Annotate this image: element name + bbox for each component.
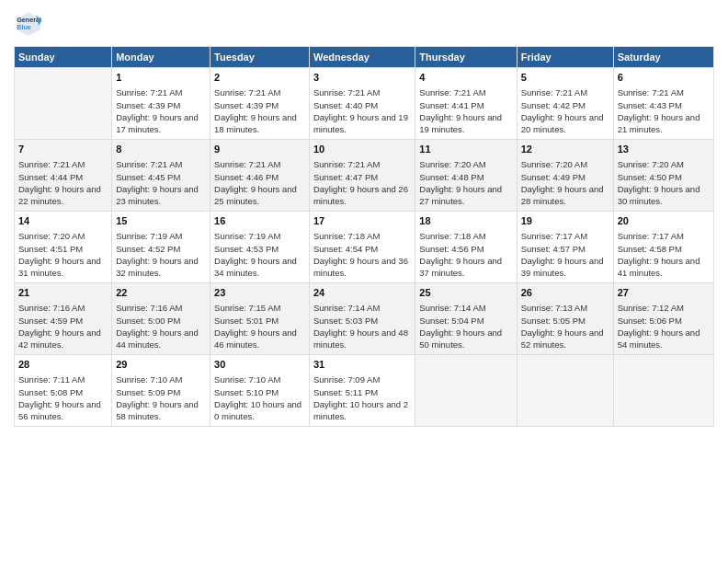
calendar-week-3: 14Sunrise: 7:20 AMSunset: 4:51 PMDayligh… [15, 212, 714, 283]
calendar-day [15, 68, 112, 140]
daylight-text: Daylight: 9 hours and 30 minutes. [618, 183, 710, 208]
calendar-day: 14Sunrise: 7:20 AMSunset: 4:51 PMDayligh… [15, 212, 112, 283]
sunset-text: Sunset: 4:42 PM [521, 99, 609, 111]
calendar-week-4: 21Sunrise: 7:16 AMSunset: 4:59 PMDayligh… [15, 283, 714, 355]
sunrise-text: Sunrise: 7:21 AM [116, 158, 206, 170]
day-number: 11 [419, 143, 512, 156]
calendar-day: 27Sunrise: 7:12 AMSunset: 5:06 PMDayligh… [613, 283, 713, 355]
daylight-text: Daylight: 9 hours and 34 minutes. [214, 255, 305, 280]
calendar-day: 6Sunrise: 7:21 AMSunset: 4:43 PMDaylight… [613, 68, 713, 140]
calendar-table: SundayMondayTuesdayWednesdayThursdayFrid… [14, 46, 714, 427]
day-number: 5 [521, 71, 609, 85]
logo: General Blue [14, 9, 47, 39]
sunrise-text: Sunrise: 7:21 AM [214, 86, 305, 98]
sunset-text: Sunset: 5:10 PM [214, 386, 305, 398]
daylight-text: Daylight: 9 hours and 36 minutes. [313, 255, 411, 280]
sunset-text: Sunset: 4:39 PM [116, 99, 206, 111]
daylight-text: Daylight: 9 hours and 21 minutes. [618, 111, 710, 136]
sunrise-text: Sunrise: 7:17 AM [618, 230, 710, 242]
sunset-text: Sunset: 5:04 PM [419, 315, 512, 327]
day-number: 16 [214, 214, 305, 228]
daylight-text: Daylight: 9 hours and 54 minutes. [618, 327, 710, 351]
day-number: 29 [116, 358, 206, 372]
calendar-day: 9Sunrise: 7:21 AMSunset: 4:46 PMDaylight… [210, 140, 310, 212]
daylight-text: Daylight: 9 hours and 19 minutes. [313, 111, 411, 136]
daylight-text: Daylight: 9 hours and 39 minutes. [521, 255, 609, 280]
sunrise-text: Sunrise: 7:19 AM [116, 230, 206, 242]
daylight-text: Daylight: 9 hours and 48 minutes. [313, 327, 411, 351]
day-number: 23 [214, 286, 305, 300]
day-number: 24 [313, 286, 411, 300]
calendar-day: 12Sunrise: 7:20 AMSunset: 4:49 PMDayligh… [517, 140, 613, 212]
calendar-day: 4Sunrise: 7:21 AMSunset: 4:41 PMDaylight… [415, 68, 517, 140]
calendar-day: 26Sunrise: 7:13 AMSunset: 5:05 PMDayligh… [517, 283, 613, 355]
calendar-day: 15Sunrise: 7:19 AMSunset: 4:52 PMDayligh… [112, 212, 210, 283]
day-number: 31 [313, 358, 411, 372]
calendar-day [415, 355, 517, 427]
daylight-text: Daylight: 9 hours and 56 minutes. [18, 398, 108, 423]
day-number: 6 [618, 71, 710, 85]
sunset-text: Sunset: 4:46 PM [214, 171, 305, 183]
daylight-text: Daylight: 9 hours and 23 minutes. [116, 183, 206, 208]
daylight-text: Daylight: 9 hours and 32 minutes. [116, 255, 206, 280]
sunset-text: Sunset: 4:41 PM [419, 99, 512, 111]
calendar-day: 2Sunrise: 7:21 AMSunset: 4:39 PMDaylight… [210, 68, 310, 140]
calendar-week-1: 1Sunrise: 7:21 AMSunset: 4:39 PMDaylight… [15, 68, 714, 140]
daylight-text: Daylight: 9 hours and 46 minutes. [214, 327, 305, 351]
day-number: 26 [521, 286, 609, 300]
daylight-text: Daylight: 9 hours and 52 minutes. [521, 327, 609, 351]
daylight-text: Daylight: 10 hours and 2 minutes. [313, 398, 411, 423]
calendar-day: 22Sunrise: 7:16 AMSunset: 5:00 PMDayligh… [112, 283, 210, 355]
sunset-text: Sunset: 5:09 PM [116, 386, 206, 398]
calendar-header-thursday: Thursday [415, 47, 517, 68]
sunrise-text: Sunrise: 7:14 AM [419, 302, 512, 314]
calendar-day: 3Sunrise: 7:21 AMSunset: 4:40 PMDaylight… [309, 68, 415, 140]
calendar-day: 8Sunrise: 7:21 AMSunset: 4:45 PMDaylight… [112, 140, 210, 212]
sunset-text: Sunset: 4:44 PM [18, 171, 108, 183]
calendar-day: 19Sunrise: 7:17 AMSunset: 4:57 PMDayligh… [517, 212, 613, 283]
calendar-day: 18Sunrise: 7:18 AMSunset: 4:56 PMDayligh… [415, 212, 517, 283]
sunset-text: Sunset: 5:08 PM [18, 386, 108, 398]
daylight-text: Daylight: 9 hours and 41 minutes. [618, 255, 710, 280]
day-number: 13 [618, 143, 710, 156]
calendar-day: 13Sunrise: 7:20 AMSunset: 4:50 PMDayligh… [613, 140, 713, 212]
calendar-header-monday: Monday [112, 47, 210, 68]
sunrise-text: Sunrise: 7:16 AM [18, 302, 108, 314]
daylight-text: Daylight: 9 hours and 28 minutes. [521, 183, 609, 208]
calendar-header-friday: Friday [517, 47, 613, 68]
day-number: 10 [313, 143, 411, 156]
logo-icon: General Blue [14, 9, 43, 39]
daylight-text: Daylight: 9 hours and 26 minutes. [313, 183, 411, 208]
day-number: 18 [419, 214, 512, 228]
calendar-day: 25Sunrise: 7:14 AMSunset: 5:04 PMDayligh… [415, 283, 517, 355]
sunset-text: Sunset: 4:43 PM [618, 99, 710, 111]
calendar-day: 11Sunrise: 7:20 AMSunset: 4:48 PMDayligh… [415, 140, 517, 212]
day-number: 4 [419, 71, 512, 85]
sunrise-text: Sunrise: 7:21 AM [18, 158, 108, 170]
calendar-day: 23Sunrise: 7:15 AMSunset: 5:01 PMDayligh… [210, 283, 310, 355]
sunrise-text: Sunrise: 7:20 AM [521, 158, 609, 170]
sunset-text: Sunset: 4:39 PM [214, 99, 305, 111]
sunrise-text: Sunrise: 7:09 AM [313, 373, 411, 385]
day-number: 20 [618, 214, 710, 228]
daylight-text: Daylight: 9 hours and 42 minutes. [18, 327, 108, 351]
sunrise-text: Sunrise: 7:15 AM [214, 302, 305, 314]
page-container: General Blue SundayMondayTuesdayWednesda… [0, 0, 728, 563]
calendar-day [613, 355, 713, 427]
day-number: 22 [116, 286, 206, 300]
day-number: 15 [116, 214, 206, 228]
daylight-text: Daylight: 10 hours and 0 minutes. [214, 398, 305, 423]
calendar-day: 5Sunrise: 7:21 AMSunset: 4:42 PMDaylight… [517, 68, 613, 140]
calendar-header-tuesday: Tuesday [210, 47, 310, 68]
sunrise-text: Sunrise: 7:21 AM [214, 158, 305, 170]
header: General Blue [14, 9, 714, 39]
day-number: 30 [214, 358, 305, 372]
sunset-text: Sunset: 4:49 PM [521, 171, 609, 183]
day-number: 7 [18, 143, 108, 156]
daylight-text: Daylight: 9 hours and 25 minutes. [214, 183, 305, 208]
daylight-text: Daylight: 9 hours and 27 minutes. [419, 183, 512, 208]
daylight-text: Daylight: 9 hours and 17 minutes. [116, 111, 206, 136]
sunset-text: Sunset: 4:57 PM [521, 243, 609, 255]
sunrise-text: Sunrise: 7:20 AM [419, 158, 512, 170]
calendar-day: 10Sunrise: 7:21 AMSunset: 4:47 PMDayligh… [309, 140, 415, 212]
